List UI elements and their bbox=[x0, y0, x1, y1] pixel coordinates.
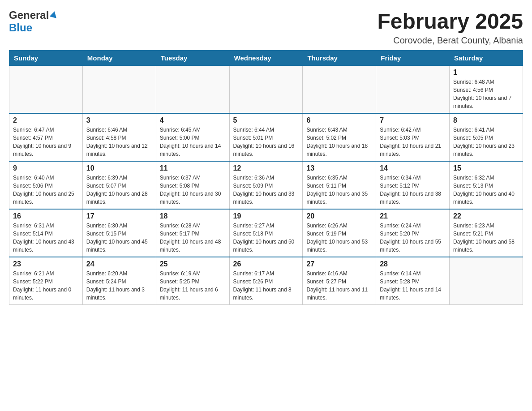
day-info: Sunrise: 6:45 AMSunset: 5:00 PMDaylight:… bbox=[160, 126, 226, 158]
day-cell-w3-d6: 22Sunrise: 6:23 AMSunset: 5:21 PMDayligh… bbox=[450, 209, 523, 257]
logo-triangle-icon bbox=[50, 10, 58, 20]
day-number: 26 bbox=[233, 260, 299, 268]
day-info: Sunrise: 6:37 AMSunset: 5:08 PMDaylight:… bbox=[160, 174, 226, 206]
day-number: 6 bbox=[306, 116, 372, 124]
header-tuesday: Tuesday bbox=[156, 51, 229, 66]
day-info: Sunrise: 6:23 AMSunset: 5:21 PMDaylight:… bbox=[453, 222, 519, 254]
calendar-table: SundayMondayTuesdayWednesdayThursdayFrid… bbox=[9, 50, 523, 305]
day-info: Sunrise: 6:40 AMSunset: 5:06 PMDaylight:… bbox=[13, 174, 79, 206]
day-info: Sunrise: 6:41 AMSunset: 5:05 PMDaylight:… bbox=[453, 126, 519, 158]
month-title: February 2025 bbox=[377, 9, 523, 34]
day-number: 1 bbox=[453, 68, 519, 77]
header-monday: Monday bbox=[82, 51, 156, 66]
day-cell-w2-d1: 10Sunrise: 6:39 AMSunset: 5:07 PMDayligh… bbox=[82, 161, 156, 209]
week-row-4: 16Sunrise: 6:31 AMSunset: 5:14 PMDayligh… bbox=[9, 209, 523, 257]
day-number: 18 bbox=[160, 212, 226, 220]
day-cell-w4-d3: 26Sunrise: 6:17 AMSunset: 5:26 PMDayligh… bbox=[229, 257, 303, 305]
header-saturday: Saturday bbox=[450, 51, 523, 66]
day-info: Sunrise: 6:39 AMSunset: 5:07 PMDaylight:… bbox=[86, 174, 152, 206]
day-number: 19 bbox=[233, 212, 299, 220]
week-row-5: 23Sunrise: 6:21 AMSunset: 5:22 PMDayligh… bbox=[9, 257, 523, 305]
day-cell-w0-d2 bbox=[156, 66, 229, 114]
day-info: Sunrise: 6:19 AMSunset: 5:25 PMDaylight:… bbox=[160, 270, 226, 302]
day-number: 25 bbox=[160, 260, 226, 268]
day-cell-w2-d6: 15Sunrise: 6:32 AMSunset: 5:13 PMDayligh… bbox=[450, 161, 523, 209]
day-cell-w3-d5: 21Sunrise: 6:24 AMSunset: 5:20 PMDayligh… bbox=[376, 209, 450, 257]
day-cell-w3-d0: 16Sunrise: 6:31 AMSunset: 5:14 PMDayligh… bbox=[9, 209, 83, 257]
day-info: Sunrise: 6:26 AMSunset: 5:19 PMDaylight:… bbox=[306, 222, 372, 254]
day-info: Sunrise: 6:32 AMSunset: 5:13 PMDaylight:… bbox=[453, 174, 519, 206]
day-cell-w1-d0: 2Sunrise: 6:47 AMSunset: 4:57 PMDaylight… bbox=[9, 113, 83, 161]
svg-marker-0 bbox=[50, 10, 58, 18]
week-row-2: 2Sunrise: 6:47 AMSunset: 4:57 PMDaylight… bbox=[9, 113, 523, 161]
day-number: 4 bbox=[160, 116, 226, 124]
day-cell-w4-d0: 23Sunrise: 6:21 AMSunset: 5:22 PMDayligh… bbox=[9, 257, 83, 305]
day-number: 9 bbox=[13, 164, 79, 172]
day-number: 8 bbox=[453, 116, 519, 124]
logo-general-text: General bbox=[9, 9, 49, 21]
day-number: 24 bbox=[86, 260, 152, 268]
day-cell-w4-d4: 27Sunrise: 6:16 AMSunset: 5:27 PMDayligh… bbox=[303, 257, 376, 305]
day-number: 20 bbox=[306, 212, 372, 220]
week-row-1: 1Sunrise: 6:48 AMSunset: 4:56 PMDaylight… bbox=[9, 66, 523, 114]
day-cell-w0-d3 bbox=[229, 66, 303, 114]
day-number: 2 bbox=[13, 116, 79, 124]
day-info: Sunrise: 6:30 AMSunset: 5:15 PMDaylight:… bbox=[86, 222, 152, 254]
day-cell-w4-d1: 24Sunrise: 6:20 AMSunset: 5:24 PMDayligh… bbox=[82, 257, 156, 305]
header-thursday: Thursday bbox=[303, 51, 376, 66]
day-cell-w0-d4 bbox=[303, 66, 376, 114]
day-info: Sunrise: 6:44 AMSunset: 5:01 PMDaylight:… bbox=[233, 126, 299, 158]
day-info: Sunrise: 6:35 AMSunset: 5:11 PMDaylight:… bbox=[306, 174, 372, 206]
day-info: Sunrise: 6:48 AMSunset: 4:56 PMDaylight:… bbox=[453, 78, 519, 110]
day-cell-w2-d0: 9Sunrise: 6:40 AMSunset: 5:06 PMDaylight… bbox=[9, 161, 83, 209]
day-info: Sunrise: 6:42 AMSunset: 5:03 PMDaylight:… bbox=[380, 126, 446, 158]
day-info: Sunrise: 6:16 AMSunset: 5:27 PMDaylight:… bbox=[306, 270, 372, 302]
day-info: Sunrise: 6:17 AMSunset: 5:26 PMDaylight:… bbox=[233, 270, 299, 302]
day-info: Sunrise: 6:21 AMSunset: 5:22 PMDaylight:… bbox=[13, 270, 79, 302]
day-number: 14 bbox=[380, 164, 446, 172]
day-cell-w3-d2: 18Sunrise: 6:28 AMSunset: 5:17 PMDayligh… bbox=[156, 209, 229, 257]
header-friday: Friday bbox=[376, 51, 450, 66]
day-number: 10 bbox=[86, 164, 152, 172]
page-header: General Blue February 2025 Corovode, Ber… bbox=[9, 9, 523, 46]
day-number: 13 bbox=[306, 164, 372, 172]
title-section: February 2025 Corovode, Berat County, Al… bbox=[377, 9, 523, 46]
day-info: Sunrise: 6:34 AMSunset: 5:12 PMDaylight:… bbox=[380, 174, 446, 206]
day-number: 21 bbox=[380, 212, 446, 220]
day-info: Sunrise: 6:14 AMSunset: 5:28 PMDaylight:… bbox=[380, 270, 446, 302]
day-info: Sunrise: 6:27 AMSunset: 5:18 PMDaylight:… bbox=[233, 222, 299, 254]
day-number: 3 bbox=[86, 116, 152, 124]
day-info: Sunrise: 6:28 AMSunset: 5:17 PMDaylight:… bbox=[160, 222, 226, 254]
weekday-header-row: SundayMondayTuesdayWednesdayThursdayFrid… bbox=[9, 51, 523, 66]
day-info: Sunrise: 6:20 AMSunset: 5:24 PMDaylight:… bbox=[86, 270, 152, 302]
day-info: Sunrise: 6:31 AMSunset: 5:14 PMDaylight:… bbox=[13, 222, 79, 254]
day-cell-w2-d5: 14Sunrise: 6:34 AMSunset: 5:12 PMDayligh… bbox=[376, 161, 450, 209]
day-cell-w1-d1: 3Sunrise: 6:46 AMSunset: 4:58 PMDaylight… bbox=[82, 113, 156, 161]
day-cell-w1-d5: 7Sunrise: 6:42 AMSunset: 5:03 PMDaylight… bbox=[376, 113, 450, 161]
day-cell-w1-d2: 4Sunrise: 6:45 AMSunset: 5:00 PMDaylight… bbox=[156, 113, 229, 161]
header-wednesday: Wednesday bbox=[229, 51, 303, 66]
day-info: Sunrise: 6:43 AMSunset: 5:02 PMDaylight:… bbox=[306, 126, 372, 158]
day-info: Sunrise: 6:24 AMSunset: 5:20 PMDaylight:… bbox=[380, 222, 446, 254]
day-number: 22 bbox=[453, 212, 519, 220]
day-number: 23 bbox=[13, 260, 79, 268]
day-cell-w4-d2: 25Sunrise: 6:19 AMSunset: 5:25 PMDayligh… bbox=[156, 257, 229, 305]
day-number: 11 bbox=[160, 164, 226, 172]
day-cell-w0-d6: 1Sunrise: 6:48 AMSunset: 4:56 PMDaylight… bbox=[450, 66, 523, 114]
day-cell-w0-d0 bbox=[9, 66, 83, 114]
day-cell-w3-d4: 20Sunrise: 6:26 AMSunset: 5:19 PMDayligh… bbox=[303, 209, 376, 257]
day-number: 16 bbox=[13, 212, 79, 220]
day-cell-w4-d6 bbox=[450, 257, 523, 305]
header-sunday: Sunday bbox=[9, 51, 83, 66]
day-cell-w1-d3: 5Sunrise: 6:44 AMSunset: 5:01 PMDaylight… bbox=[229, 113, 303, 161]
day-number: 7 bbox=[380, 116, 446, 124]
day-info: Sunrise: 6:36 AMSunset: 5:09 PMDaylight:… bbox=[233, 174, 299, 206]
day-cell-w2-d2: 11Sunrise: 6:37 AMSunset: 5:08 PMDayligh… bbox=[156, 161, 229, 209]
day-cell-w4-d5: 28Sunrise: 6:14 AMSunset: 5:28 PMDayligh… bbox=[376, 257, 450, 305]
day-info: Sunrise: 6:46 AMSunset: 4:58 PMDaylight:… bbox=[86, 126, 152, 158]
day-cell-w3-d3: 19Sunrise: 6:27 AMSunset: 5:18 PMDayligh… bbox=[229, 209, 303, 257]
day-number: 15 bbox=[453, 164, 519, 172]
week-row-3: 9Sunrise: 6:40 AMSunset: 5:06 PMDaylight… bbox=[9, 161, 523, 209]
day-number: 28 bbox=[380, 260, 446, 268]
day-info: Sunrise: 6:47 AMSunset: 4:57 PMDaylight:… bbox=[13, 126, 79, 158]
